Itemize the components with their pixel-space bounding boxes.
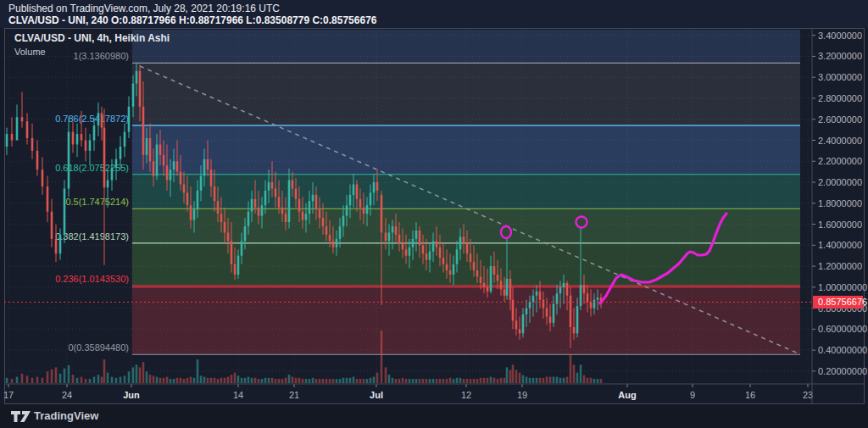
time-tick-label: 24 xyxy=(62,390,72,400)
price-tick-label: 3.2000000 xyxy=(818,51,862,61)
last-price-label: 0.85756676 xyxy=(818,297,867,307)
price-tick-label: 1.2000000 xyxy=(818,261,862,271)
time-axis: 1724Jun1421Jul1219Aug91623 xyxy=(3,384,813,400)
time-tick-label: 21 xyxy=(289,390,299,400)
time-tick-label: 19 xyxy=(517,390,527,400)
time-tick-label: Aug xyxy=(618,390,636,400)
price-tick-label: 3.0000000 xyxy=(818,72,862,82)
price-tick-label: 2.0000000 xyxy=(818,177,862,187)
time-tick-label: 14 xyxy=(233,390,243,400)
price-tick-label: 3.4000000 xyxy=(818,31,862,41)
price-tick-label: 0.60000000 xyxy=(818,324,867,334)
price-tick-label: 2.8000000 xyxy=(818,93,862,103)
price-tick-label: 1.6000000 xyxy=(818,220,862,230)
time-tick-label: 23 xyxy=(803,390,813,400)
time-tick-label: Jun xyxy=(123,390,140,400)
time-tick-label: 16 xyxy=(745,390,755,400)
price-tick-label: 2.4000000 xyxy=(818,136,862,146)
chart-canvas[interactable] xyxy=(4,30,812,384)
published-chart-page: Published on TradingView.com, July 28, 2… xyxy=(0,0,868,428)
chart-canvas-svg: 1(3.1360980)0.786(2.5417872)0.618(2.0752… xyxy=(0,0,868,428)
time-tick-label: 17 xyxy=(3,390,14,400)
price-tick-label: 2.2000000 xyxy=(818,156,862,166)
price-tick-label: 0.40000000 xyxy=(818,345,867,355)
price-tick-label: 2.6000000 xyxy=(818,114,862,125)
price-tick-label: 0.20000000 xyxy=(818,366,867,376)
time-tick-label: 12 xyxy=(461,390,471,400)
price-axis: 3.40000003.20000003.00000002.80000002.60… xyxy=(812,31,867,376)
time-tick-label: 9 xyxy=(690,390,695,400)
time-tick-label: Jul xyxy=(370,390,383,400)
price-tick-label: 1.4000000 xyxy=(818,240,862,250)
price-tick-label: 1.8000000 xyxy=(818,198,862,208)
price-tick-label: 1.00000000 xyxy=(818,282,867,292)
